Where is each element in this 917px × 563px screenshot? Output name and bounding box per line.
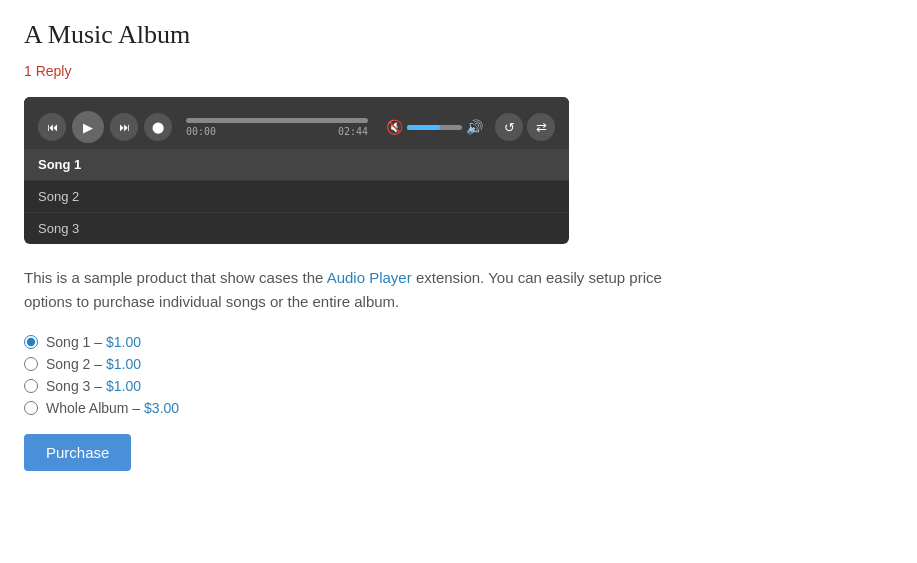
purchase-button[interactable]: Purchase: [24, 434, 131, 471]
repeat-button[interactable]: ↺: [495, 113, 523, 141]
stop-icon: ⬤: [152, 121, 164, 134]
price-option-4[interactable]: Whole Album – $3.00: [24, 400, 893, 416]
reply-link[interactable]: 1 Reply: [24, 63, 71, 79]
price-label-2: Song 2 – $1.00: [46, 356, 141, 372]
price-label-1: Song 1 – $1.00: [46, 334, 141, 350]
price-label-3: Song 3 – $1.00: [46, 378, 141, 394]
shuffle-icon: ⇄: [536, 120, 547, 135]
volume-track[interactable]: [407, 125, 462, 130]
playlist: Song 1 Song 2 Song 3: [24, 149, 569, 244]
price-option-3[interactable]: Song 3 – $1.00: [24, 378, 893, 394]
progress-area: 00:00 02:44: [186, 118, 368, 137]
audio-player-link[interactable]: Audio Player: [327, 269, 412, 286]
playlist-item[interactable]: Song 1: [24, 149, 569, 181]
mute-button[interactable]: 🔇: [386, 119, 403, 135]
audio-player: ⏮ ▶ ⏭ ⬤ 00:00 02:44 🔇: [24, 97, 569, 244]
fast-forward-icon: ⏭: [119, 121, 130, 133]
current-time: 00:00: [186, 126, 216, 137]
play-button[interactable]: ▶: [72, 111, 104, 143]
volume-fill: [407, 125, 440, 130]
description: This is a sample product that show cases…: [24, 266, 704, 314]
volume-up-icon: 🔊: [466, 119, 483, 135]
player-controls: ⏮ ▶ ⏭ ⬤ 00:00 02:44 🔇: [24, 97, 569, 149]
volume-up-button[interactable]: 🔊: [466, 119, 483, 135]
fast-forward-button[interactable]: ⏭: [110, 113, 138, 141]
extra-buttons: ↺ ⇄: [495, 113, 555, 141]
price-option-2[interactable]: Song 2 – $1.00: [24, 356, 893, 372]
total-time: 02:44: [338, 126, 368, 137]
shuffle-button[interactable]: ⇄: [527, 113, 555, 141]
price-radio-4[interactable]: [24, 401, 38, 415]
volume-area: 🔇 🔊: [386, 119, 483, 135]
repeat-icon: ↺: [504, 120, 515, 135]
mute-icon: 🔇: [386, 119, 403, 135]
progress-track[interactable]: [186, 118, 368, 123]
price-option-1[interactable]: Song 1 – $1.00: [24, 334, 893, 350]
price-radio-1[interactable]: [24, 335, 38, 349]
price-options: Song 1 – $1.00 Song 2 – $1.00 Song 3 – $…: [24, 334, 893, 416]
stop-button[interactable]: ⬤: [144, 113, 172, 141]
description-text-before: This is a sample product that show cases…: [24, 269, 327, 286]
price-radio-3[interactable]: [24, 379, 38, 393]
price-label-4: Whole Album – $3.00: [46, 400, 179, 416]
price-radio-2[interactable]: [24, 357, 38, 371]
page-title: A Music Album: [24, 20, 893, 50]
play-icon: ▶: [83, 120, 93, 135]
time-row: 00:00 02:44: [186, 126, 368, 137]
playlist-item[interactable]: Song 3: [24, 213, 569, 244]
rewind-icon: ⏮: [47, 121, 58, 133]
playlist-item[interactable]: Song 2: [24, 181, 569, 213]
rewind-button[interactable]: ⏮: [38, 113, 66, 141]
